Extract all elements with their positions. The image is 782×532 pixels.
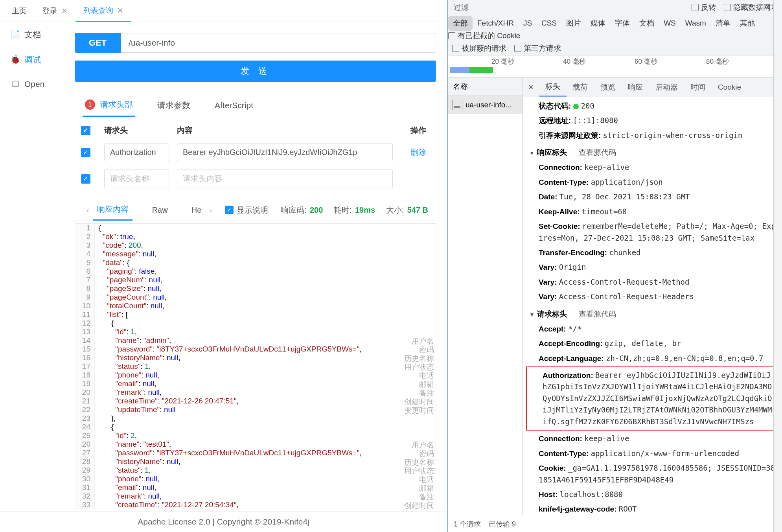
url-input[interactable] bbox=[121, 33, 436, 53]
file-icon: 📄 bbox=[11, 30, 20, 39]
header-value-input[interactable]: 请求头内容 bbox=[177, 169, 393, 188]
footer-text: Apache License 2.0 | Copyright © 2019-Kn… bbox=[138, 517, 309, 526]
knife4j-app: 主页 登录 ✕ 列表查询 ✕ 📄 文档 🐞 调试 ☐ Open GET 发 送 bbox=[0, 0, 447, 532]
invert-checkbox[interactable]: 反转 bbox=[692, 2, 716, 13]
filter-type-7[interactable]: 文档 bbox=[635, 16, 659, 31]
filter-type-6[interactable]: 字体 bbox=[610, 16, 635, 31]
top-tabs: 主页 登录 ✕ 列表查询 ✕ bbox=[0, 0, 447, 22]
header-row: Date: Tue, 28 Dec 2021 15:08:23 GMT bbox=[523, 190, 782, 204]
checkbox[interactable]: ✓ bbox=[81, 148, 90, 157]
header-row: Vary: Access-Control-Request-Method bbox=[523, 275, 782, 289]
timeline[interactable]: 20 毫秒40 毫秒60 毫秒80 毫秒100 毫秒 bbox=[448, 55, 782, 77]
filter-type-2[interactable]: JS bbox=[519, 17, 537, 30]
detail-tab-5[interactable]: 时间 bbox=[684, 78, 712, 96]
tab-home[interactable]: 主页 bbox=[4, 0, 35, 22]
open-icon: ☐ bbox=[11, 80, 20, 88]
tab-login-label: 登录 bbox=[42, 6, 57, 16]
detail-tab-4[interactable]: 启动器 bbox=[649, 78, 684, 96]
close-icon[interactable]: ✕ bbox=[61, 6, 68, 15]
header-row: Accept-Encoding: gzip, deflate, br bbox=[523, 336, 782, 351]
filter-type-5[interactable]: 媒体 bbox=[586, 16, 610, 31]
header-row: Keep-Alive: timeout=60 bbox=[523, 204, 782, 219]
sidebar-item-debug[interactable]: 🐞 调试 bbox=[0, 47, 63, 72]
detail-tabs: × 标头载荷预览响应启动器时间Cookie bbox=[523, 77, 782, 97]
view-source-link[interactable]: 查看源代码 bbox=[579, 147, 616, 158]
header-row: Transfer-Encoding: chunked bbox=[523, 245, 782, 260]
tab-request-headers[interactable]: 1 请求头部 bbox=[83, 94, 135, 117]
view-source-link[interactable]: 查看源代码 bbox=[579, 309, 616, 319]
close-icon[interactable]: ✕ bbox=[117, 6, 123, 15]
filter-type-11[interactable]: 其他 bbox=[735, 16, 760, 31]
header-name-input[interactable]: 请求头名称 bbox=[104, 169, 169, 188]
tab-request-params[interactable]: 请求参数 bbox=[155, 94, 193, 117]
triangle-down-icon: ▼ bbox=[529, 311, 535, 318]
reqlist-header: 名称 bbox=[448, 77, 523, 96]
filter-type-10[interactable]: 清单 bbox=[711, 16, 735, 31]
checkbox[interactable]: ✓ bbox=[81, 174, 90, 184]
tab-response-content[interactable]: 响应内容 bbox=[93, 199, 132, 221]
send-button[interactable]: 发 送 bbox=[75, 61, 436, 82]
close-icon[interactable]: × bbox=[523, 78, 539, 96]
checkbox-all[interactable]: ✓ bbox=[81, 126, 90, 135]
filter-type-3[interactable]: CSS bbox=[537, 17, 561, 30]
header-row: Vary: Access-Control-Request-Headers bbox=[523, 289, 782, 304]
sidebar-item-open[interactable]: ☐ Open bbox=[0, 72, 63, 96]
tab-response-he[interactable]: He bbox=[188, 201, 206, 219]
chevron-left-icon[interactable]: ‹ bbox=[83, 206, 93, 215]
response-time: 19ms bbox=[355, 206, 375, 215]
detail-tab-2[interactable]: 预览 bbox=[594, 78, 622, 96]
filter-type-8[interactable]: WS bbox=[659, 17, 681, 30]
table-row: ✓ Authorization Bearer eyJhbGciOiJIUzI1N… bbox=[75, 140, 436, 165]
header-row: Connection: keep-alive bbox=[523, 160, 782, 175]
devtools-body: 名称 ua-user-info... × 标头载荷预览响应启动器时间Cookie… bbox=[448, 77, 782, 516]
tab-list-query[interactable]: 列表查询 ✕ bbox=[75, 0, 131, 22]
tab-label: 请求头部 bbox=[100, 99, 133, 110]
sidebar-item-docs[interactable]: 📄 文档 bbox=[0, 22, 63, 47]
hide-data-url-checkbox[interactable]: 隐藏数据网址 bbox=[724, 2, 778, 13]
header-row: Connection: keep-alive bbox=[523, 431, 782, 446]
tab-login[interactable]: 登录 ✕ bbox=[35, 0, 75, 22]
filter-input[interactable] bbox=[452, 2, 684, 13]
response-headers-section[interactable]: ▼响应标头 查看源代码 bbox=[523, 143, 782, 160]
table-header-row: ✓ 请求头 内容 操作 bbox=[75, 121, 436, 140]
authorization-highlight: Authorization: Bearer eyJhbGciOiJIUzI1Ni… bbox=[526, 366, 779, 431]
chevron-right-icon[interactable]: › bbox=[205, 206, 216, 215]
header-name-input[interactable]: Authorization bbox=[104, 144, 169, 161]
detail-tab-6[interactable]: Cookie bbox=[712, 79, 747, 96]
request-name: ua-user-info... bbox=[466, 101, 512, 109]
filter-type-4[interactable]: 图片 bbox=[561, 16, 586, 31]
detail-tab-1[interactable]: 载荷 bbox=[567, 78, 594, 96]
header-row: Content-Type: application/x-www-form-url… bbox=[523, 446, 782, 461]
tab-list-query-label: 列表查询 bbox=[83, 6, 113, 16]
response-body[interactable]: 1{2 "ok": true,3 "code": 200,4 "message"… bbox=[75, 223, 436, 511]
timeline-tick: 60 毫秒 bbox=[635, 57, 657, 66]
bug-icon: 🐞 bbox=[11, 55, 20, 64]
section-tabs: 1 请求头部 请求参数 AfterScript bbox=[75, 94, 436, 117]
response-tabs: ‹ 响应内容 Raw He › ✓ 显示说明 响应码: 200 耗时: 19ms… bbox=[75, 199, 436, 221]
headers-table: ✓ 请求头 内容 操作 ✓ Authorization Bearer eyJhb… bbox=[75, 121, 436, 192]
filter-types: 全部Fetch/XHRJSCSS图片媒体字体文档WSWasm清单其他有已拦截的 … bbox=[448, 15, 782, 42]
show-desc-label: 显示说明 bbox=[237, 205, 268, 215]
filter-type-0[interactable]: 全部 bbox=[448, 16, 473, 31]
triangle-down-icon: ▼ bbox=[529, 150, 535, 156]
header-value-input[interactable]: Bearer eyJhbGciOiJIUzI1NiJ9.eyJzdWIiOiJh… bbox=[177, 144, 393, 161]
blocked-cookie-checkbox[interactable]: 有已拦截的 Cookie bbox=[448, 31, 520, 41]
filter-type-9[interactable]: Wasm bbox=[681, 17, 711, 30]
scrollbar[interactable] bbox=[773, 77, 782, 516]
header-row: Content-Type: application/json bbox=[523, 175, 782, 190]
delete-button[interactable]: 删除 bbox=[401, 147, 436, 158]
detail-tab-0[interactable]: 标头 bbox=[539, 77, 567, 97]
third-party-checkbox[interactable]: 第三方请求 bbox=[514, 43, 561, 53]
sidebar-item-label: 文档 bbox=[24, 29, 41, 40]
headers-panel[interactable]: 状态代码: 200 远程地址: [::1]:8080 引荐来源网址政策: str… bbox=[523, 97, 782, 516]
filter-type-1[interactable]: Fetch/XHR bbox=[473, 17, 519, 30]
checkbox-show-desc[interactable]: ✓ bbox=[225, 206, 234, 214]
blocked-req-checkbox[interactable]: 被屏蔽的请求 bbox=[452, 43, 506, 53]
tab-response-raw[interactable]: Raw bbox=[148, 201, 172, 219]
main-area: GET 发 送 1 请求头部 请求参数 AfterScript ✓ 请求头 内容… bbox=[63, 22, 447, 511]
footer: Apache License 2.0 | Copyright © 2019-Kn… bbox=[0, 511, 447, 532]
tab-afterscript[interactable]: AfterScript bbox=[212, 94, 256, 117]
detail-tab-3[interactable]: 响应 bbox=[622, 78, 649, 96]
request-item[interactable]: ua-user-info... bbox=[448, 96, 523, 114]
request-headers-section[interactable]: ▼请求标头 查看源代码 bbox=[523, 304, 782, 322]
